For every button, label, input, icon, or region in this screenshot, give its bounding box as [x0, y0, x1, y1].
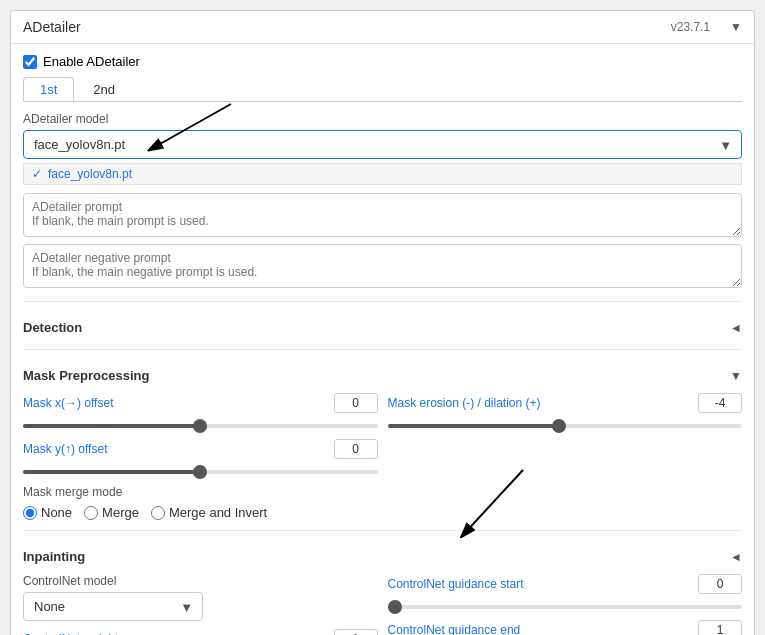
mask-y-value[interactable]: 0: [334, 439, 378, 459]
mask-erosion-value[interactable]: -4: [698, 393, 742, 413]
enable-checkbox[interactable]: [23, 55, 37, 69]
version-text: v23.7.1: [671, 20, 710, 34]
mask-y-group: Mask y(↑) offset 0: [23, 439, 378, 477]
panel-body: Enable ADetailer 1st 2nd ADetailer model…: [11, 44, 754, 635]
radio-merge: Merge: [84, 505, 139, 520]
mask-x-slider[interactable]: [23, 424, 378, 428]
neg-prompt-wrapper: [23, 244, 742, 291]
controlnet-model-label: ControlNet model: [23, 574, 378, 588]
checkmark-icon: ✓: [32, 167, 42, 181]
radio-group: None Merge Merge and Invert: [23, 505, 378, 520]
guidance-start-group: ControlNet guidance start 0: [388, 574, 743, 612]
guidance-end-group: ControlNet guidance end 1: [388, 620, 743, 635]
divider-1: [23, 301, 742, 302]
guidance-start-label: ControlNet guidance start: [388, 577, 524, 591]
guidance-start-value[interactable]: 0: [698, 574, 742, 594]
controlnet-grid: ControlNet model None ▼ ControlNet weigh…: [23, 574, 742, 635]
divider-2: [23, 349, 742, 350]
controlnet-weight-value[interactable]: 1: [334, 629, 378, 635]
mask-erosion-slider[interactable]: [388, 424, 743, 428]
mask-preprocessing-arrow[interactable]: ▼: [730, 369, 742, 383]
radio-merge-label: Merge: [102, 505, 139, 520]
inpainting-title: Inpainting: [23, 549, 85, 564]
detection-title: Detection: [23, 320, 82, 335]
radio-none-label: None: [41, 505, 72, 520]
controlnet-model-wrapper: None ▼: [23, 592, 203, 621]
divider-3: [23, 530, 742, 531]
enable-left: Enable ADetailer: [23, 54, 140, 69]
controlnet-weight-label-row: ControlNet weight 1: [23, 629, 378, 635]
enable-row: Enable ADetailer: [23, 54, 742, 69]
adetailer-model-select[interactable]: face_yolov8n.pt hand_yolov8n.pt person_y…: [23, 130, 742, 159]
mask-left-col: Mask x(→) offset 0 Mask y(↑) offset 0 Ma…: [23, 393, 378, 520]
controlnet-left-col: ControlNet model None ▼ ControlNet weigh…: [23, 574, 378, 635]
mask-erosion-label: Mask erosion (-) / dilation (+): [388, 396, 541, 410]
mask-x-label: Mask x(→) offset: [23, 396, 113, 410]
mask-erosion-label-row: Mask erosion (-) / dilation (+) -4: [388, 393, 743, 413]
merge-mode-group: Mask merge mode None Merge Merge and: [23, 485, 378, 520]
mask-y-slider[interactable]: [23, 470, 378, 474]
tab-2nd[interactable]: 2nd: [76, 77, 132, 101]
detection-arrow[interactable]: ◄: [730, 321, 742, 335]
collapse-arrow[interactable]: ▼: [730, 20, 742, 34]
radio-merge-invert-label: Merge and Invert: [169, 505, 267, 520]
controlnet-weight-group: ControlNet weight 1: [23, 629, 378, 635]
neg-prompt-textarea[interactable]: [23, 244, 742, 288]
controlnet-right-col: ControlNet guidance start 0 ControlNet g…: [388, 574, 743, 635]
guidance-end-value[interactable]: 1: [698, 620, 742, 635]
radio-merge-invert: Merge and Invert: [151, 505, 267, 520]
mask-y-label: Mask y(↑) offset: [23, 442, 107, 456]
mask-y-label-row: Mask y(↑) offset 0: [23, 439, 378, 459]
mask-preprocessing-title: Mask Preprocessing: [23, 368, 149, 383]
inpainting-arrow[interactable]: ◄: [730, 550, 742, 564]
guidance-end-label-row: ControlNet guidance end 1: [388, 620, 743, 635]
radio-none: None: [23, 505, 72, 520]
panel-header: ADetailer v23.7.1 ▼: [11, 11, 754, 44]
controlnet-model-select[interactable]: None: [23, 592, 203, 621]
selected-model-option: ✓ face_yolov8n.pt: [23, 163, 742, 185]
tabs-row: 1st 2nd: [23, 77, 742, 102]
mask-sliders-grid: Mask x(→) offset 0 Mask y(↑) offset 0 Ma…: [23, 393, 742, 520]
main-panel: ADetailer v23.7.1 ▼ Enable ADetailer 1st…: [10, 10, 755, 635]
mask-x-group: Mask x(→) offset 0: [23, 393, 378, 431]
guidance-end-label: ControlNet guidance end: [388, 623, 521, 635]
detection-header: Detection ◄: [23, 312, 742, 339]
prompt-wrapper: [23, 193, 742, 240]
adetailer-model-label: ADetailer model: [23, 112, 742, 126]
guidance-start-label-row: ControlNet guidance start 0: [388, 574, 743, 594]
panel-title: ADetailer: [23, 19, 81, 35]
radio-merge-invert-input[interactable]: [151, 506, 165, 520]
merge-mode-label: Mask merge mode: [23, 485, 378, 499]
adetailer-model-wrapper: face_yolov8n.pt hand_yolov8n.pt person_y…: [23, 130, 742, 159]
mask-x-label-row: Mask x(→) offset 0: [23, 393, 378, 413]
guidance-start-slider[interactable]: [388, 605, 743, 609]
radio-none-input[interactable]: [23, 506, 37, 520]
prompt-textarea[interactable]: [23, 193, 742, 237]
mask-right-col: Mask erosion (-) / dilation (+) -4: [388, 393, 743, 520]
enable-label: Enable ADetailer: [43, 54, 140, 69]
mask-x-value[interactable]: 0: [334, 393, 378, 413]
tab-1st[interactable]: 1st: [23, 77, 74, 101]
radio-merge-input[interactable]: [84, 506, 98, 520]
selected-model-text: face_yolov8n.pt: [48, 167, 132, 181]
inpainting-header: Inpainting ◄: [23, 541, 742, 568]
mask-erosion-group: Mask erosion (-) / dilation (+) -4: [388, 393, 743, 431]
mask-preprocessing-header: Mask Preprocessing ▼: [23, 360, 742, 387]
